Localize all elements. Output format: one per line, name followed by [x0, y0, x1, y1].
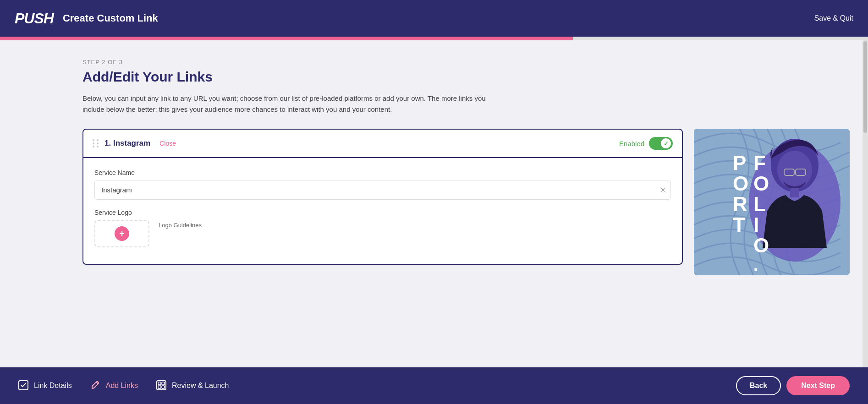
link-close-button[interactable]: Close	[156, 140, 180, 147]
svg-rect-7	[790, 188, 799, 197]
link-number-name: 1. Instagram	[104, 139, 150, 148]
add-links-icon	[90, 380, 101, 391]
service-name-label: Service Name	[94, 169, 671, 176]
service-logo-label: Service Logo	[94, 209, 671, 216]
drag-dot	[93, 139, 94, 141]
logo-section: + Logo Guidelines	[94, 220, 671, 247]
scrollbar-thumb[interactable]	[863, 41, 867, 133]
svg-text:P: P	[733, 152, 746, 174]
drag-dot	[93, 142, 94, 144]
service-logo-group: Service Logo + Logo Guidelines	[94, 209, 671, 247]
svg-text:R: R	[733, 193, 747, 215]
footer-steps: Link Details Add Links Re	[18, 380, 736, 391]
toggle-check-icon: ✓	[664, 140, 669, 147]
svg-text:T: T	[733, 213, 745, 236]
logo-guidelines-link[interactable]: Logo Guidelines	[159, 220, 202, 229]
app-logo: PUSH	[15, 10, 54, 27]
link-header-row: 1. Instagram Close Enabled ✓	[83, 130, 682, 158]
page-description: Below, you can input any link to any URL…	[82, 93, 495, 115]
toggle-knob: ✓	[661, 138, 671, 148]
footer-step-review-launch[interactable]: Review & Launch	[156, 380, 229, 391]
svg-rect-23	[158, 386, 161, 388]
progress-bar-fill	[0, 37, 573, 40]
svg-text:.: .	[753, 256, 758, 274]
review-launch-icon	[156, 380, 167, 391]
drag-dot	[97, 146, 99, 147]
step-label: STEP 2 OF 3	[82, 59, 850, 66]
clear-service-name-icon[interactable]: ×	[660, 186, 665, 194]
svg-text:O: O	[753, 234, 769, 257]
svg-text:I: I	[753, 213, 759, 236]
next-step-button[interactable]: Next Step	[786, 376, 850, 395]
footer-step-link-details[interactable]: Link Details	[18, 380, 72, 391]
drag-dot	[97, 142, 99, 144]
link-form: Service Name × Service Logo + Logo Guide…	[83, 158, 682, 264]
progress-bar-container	[0, 37, 868, 40]
svg-text:F: F	[753, 152, 766, 174]
app-header: PUSH Create Custom Link Save & Quit	[0, 0, 868, 37]
step-link-details-label: Link Details	[34, 382, 72, 390]
link-details-icon	[18, 380, 29, 391]
enabled-toggle[interactable]: ✓	[649, 137, 673, 150]
content-columns: 1. Instagram Close Enabled ✓ Service Nam…	[82, 129, 850, 275]
svg-rect-22	[162, 382, 165, 385]
portfolio-svg: P O R T F O L I O .	[694, 129, 850, 275]
svg-rect-21	[158, 382, 161, 385]
enabled-section: Enabled ✓	[619, 137, 673, 150]
logo-upload-box[interactable]: +	[94, 220, 149, 247]
svg-text:L: L	[753, 193, 766, 215]
step-review-launch-label: Review & Launch	[172, 382, 229, 390]
save-quit-button[interactable]: Save & Quit	[814, 14, 853, 22]
service-name-group: Service Name ×	[94, 169, 671, 200]
header-title: Create Custom Link	[63, 12, 158, 24]
back-button[interactable]: Back	[736, 376, 781, 395]
scrollbar-track[interactable]	[863, 40, 868, 367]
logo-upload-button[interactable]: +	[115, 226, 129, 241]
footer-step-add-links[interactable]: Add Links	[90, 380, 138, 391]
drag-dot	[97, 139, 99, 141]
footer-buttons: Back Next Step	[736, 376, 850, 395]
svg-point-3	[777, 151, 812, 189]
svg-rect-24	[162, 386, 165, 388]
preview-panel: P O R T F O L I O .	[694, 129, 850, 275]
main-content: STEP 2 OF 3 Add/Edit Your Links Below, y…	[0, 40, 868, 367]
step-add-links-label: Add Links	[106, 382, 138, 390]
drag-dot	[93, 146, 94, 147]
svg-text:O: O	[733, 172, 748, 195]
app-footer: Link Details Add Links Re	[0, 367, 868, 404]
page-title: Add/Edit Your Links	[82, 69, 850, 85]
service-name-input[interactable]	[94, 180, 671, 200]
service-name-input-wrapper: ×	[94, 180, 671, 200]
link-editor-panel: 1. Instagram Close Enabled ✓ Service Nam…	[82, 129, 683, 265]
svg-text:O: O	[753, 172, 769, 195]
drag-handle[interactable]	[93, 139, 99, 147]
enabled-label: Enabled	[619, 140, 644, 147]
preview-illustration: P O R T F O L I O .	[694, 129, 850, 275]
